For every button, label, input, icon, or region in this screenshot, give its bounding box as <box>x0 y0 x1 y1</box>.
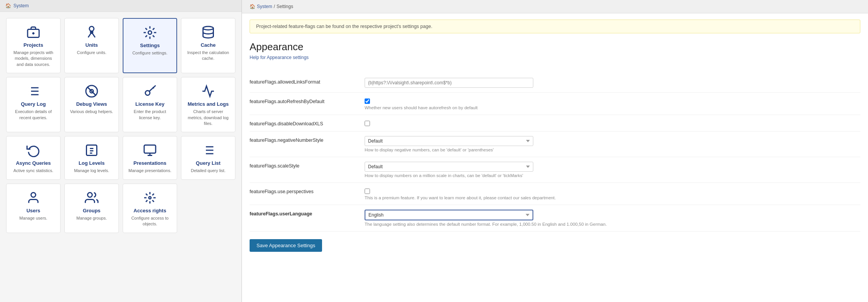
checkbox-featureFlags.disableDownloadXLS[interactable] <box>365 121 370 126</box>
grid-item-query-log[interactable]: Query Log Execution details of recent qu… <box>6 77 61 132</box>
settings-row-featureFlags.allowedLinksFormat: featureFlags.allowedLinksFormat <box>250 73 860 93</box>
grid-item-desc: Manage projects with models, dimensions … <box>11 50 56 67</box>
setting-desc-featureFlags.scaleStyle: How to display numbers on a million scal… <box>365 173 860 178</box>
grid-item-desc: Enter the product license key. <box>128 109 172 121</box>
svg-rect-20 <box>144 145 156 153</box>
grid-item-users[interactable]: Users Manage users. <box>6 184 61 233</box>
grid-item-title: Async Queries <box>16 160 51 166</box>
home-icon: 🏠 <box>250 4 255 9</box>
grid-item-desc: Manage users. <box>20 215 48 221</box>
metrics-logs-icon <box>201 84 215 98</box>
setting-desc-featureFlags.negativeNumberStyle: How to display negative numbers, can be … <box>365 148 860 152</box>
settings-row-featureFlags.negativeNumberStyle: featureFlags.negativeNumberStyleDefaultP… <box>250 131 860 157</box>
grid-item-query-list[interactable]: Query List Detailed query list. <box>181 136 235 179</box>
grid-item-desc: Active sync statistics. <box>13 168 53 174</box>
setting-value-featureFlags.scaleStyle: DefaultTickMarksHow to display numbers o… <box>365 162 860 178</box>
grid-item-title: Log Levels <box>79 160 105 166</box>
left-breadcrumb: 🏠 System <box>0 0 242 12</box>
grid-item-title: Users <box>26 208 40 213</box>
grid-item-groups[interactable]: Groups Manage groups. <box>64 184 119 233</box>
grid-item-license-key[interactable]: License Key Enter the product license ke… <box>123 77 177 132</box>
info-banner: Project-related feature-flags can be fou… <box>250 20 860 33</box>
grid-item-title: Debug Views <box>76 101 107 107</box>
select-featureFlags.scaleStyle[interactable]: DefaultTickMarks <box>365 162 533 172</box>
help-link[interactable]: Help for Appearance settings <box>250 55 309 60</box>
left-panel: 🏠 System Projects Manage projects with m… <box>0 0 242 302</box>
grid-item-desc: Manage groups. <box>76 215 107 221</box>
grid-item-title: Query List <box>196 160 220 166</box>
grid-item-title: Presentations <box>133 160 166 166</box>
svg-point-4 <box>148 31 152 34</box>
right-breadcrumb: 🏠 System / Settings <box>242 0 868 13</box>
setting-label-featureFlags.userLanguage: featureFlags.userLanguage <box>250 210 357 217</box>
grid-item-units[interactable]: Units Configure units. <box>64 18 119 73</box>
settings-row-featureFlags.use.perspectives: featureFlags.use.perspectivesThis is a p… <box>250 183 860 205</box>
grid-item-title: Cache <box>201 42 215 48</box>
setting-label-featureFlags.use.perspectives: featureFlags.use.perspectives <box>250 187 357 194</box>
settings-row-featureFlags.userLanguage: featureFlags.userLanguageEnglishGermanFr… <box>250 205 860 231</box>
settings-row-featureFlags.autoRefreshByDefault: featureFlags.autoRefreshByDefaultWhether… <box>250 93 860 115</box>
grid-item-desc: Execution details of recent queries. <box>11 109 56 121</box>
grid-item-access-rights[interactable]: Access rights Configure access to object… <box>123 184 177 233</box>
setting-value-featureFlags.disableDownloadXLS <box>365 120 860 126</box>
grid-item-title: Query Log <box>21 101 46 107</box>
select-featureFlags.userLanguage[interactable]: EnglishGermanFrenchSpanish <box>365 210 533 220</box>
grid-item-desc: Inspect the calculation cache. <box>186 50 230 62</box>
select-featureFlags.negativeNumberStyle[interactable]: DefaultParentheses <box>365 136 533 146</box>
query-log-icon <box>26 84 40 98</box>
units-icon <box>85 25 99 39</box>
setting-value-featureFlags.autoRefreshByDefault: Whether new users should have autorefres… <box>365 97 860 110</box>
save-appearance-button[interactable]: Save Appearance Settings <box>250 239 322 252</box>
grid-item-settings[interactable]: Settings Configure settings. <box>123 18 177 73</box>
checkbox-featureFlags.autoRefreshByDefault[interactable] <box>365 98 370 104</box>
setting-label-featureFlags.allowedLinksFormat: featureFlags.allowedLinksFormat <box>250 78 357 85</box>
grid-item-title: Metrics and Logs <box>188 101 229 107</box>
settings-row-featureFlags.disableDownloadXLS: featureFlags.disableDownloadXLS <box>250 115 860 131</box>
cache-icon <box>201 25 215 39</box>
log-levels-icon <box>85 143 99 157</box>
grid-item-desc: Various debug helpers. <box>70 109 113 115</box>
grid-item-log-levels[interactable]: Log Levels Manage log levels. <box>64 136 119 179</box>
grid-item-presentations[interactable]: Presentations Manage presentations. <box>123 136 177 179</box>
grid-item-async-queries[interactable]: Async Queries Active sync statistics. <box>6 136 61 179</box>
grid-item-cache[interactable]: Cache Inspect the calculation cache. <box>181 18 235 73</box>
input-featureFlags.allowedLinksFormat[interactable] <box>365 78 533 88</box>
system-breadcrumb-link[interactable]: System <box>13 3 29 8</box>
setting-desc-featureFlags.autoRefreshByDefault: Whether new users should have autorefres… <box>365 105 860 110</box>
system-link[interactable]: System <box>257 4 272 9</box>
grid-item-projects[interactable]: Projects Manage projects with models, di… <box>6 18 61 73</box>
settings-breadcrumb: Settings <box>276 4 293 9</box>
svg-point-30 <box>88 192 92 197</box>
grid-item-title: Access rights <box>133 208 166 213</box>
settings-icon <box>143 26 157 39</box>
setting-label-featureFlags.negativeNumberStyle: featureFlags.negativeNumberStyle <box>250 136 357 143</box>
setting-label-featureFlags.autoRefreshByDefault: featureFlags.autoRefreshByDefault <box>250 97 357 104</box>
grid-item-desc: Detailed query list. <box>191 168 226 174</box>
grid-item-metrics-logs[interactable]: Metrics and Logs Charts of server metric… <box>181 77 235 132</box>
projects-icon <box>26 25 40 39</box>
setting-desc-featureFlags.userLanguage: The language setting also determines the… <box>365 222 860 226</box>
settings-table: featureFlags.allowedLinksFormatfeatureFl… <box>250 73 860 231</box>
setting-value-featureFlags.negativeNumberStyle: DefaultParenthesesHow to display negativ… <box>365 136 860 152</box>
async-queries-icon <box>26 143 40 157</box>
setting-desc-featureFlags.use.perspectives: This is a premium feature. If you want t… <box>365 195 860 200</box>
license-key-icon <box>143 84 157 98</box>
right-content: Appearance Help for Appearance settings … <box>242 36 868 263</box>
right-panel: 🏠 System / Settings Project-related feat… <box>242 0 868 302</box>
system-grid: Projects Manage projects with models, di… <box>0 12 242 239</box>
grid-item-title: Groups <box>83 208 100 213</box>
grid-item-desc: Manage log levels. <box>74 168 109 174</box>
svg-point-5 <box>203 26 214 30</box>
svg-line-15 <box>153 87 154 89</box>
setting-label-featureFlags.disableDownloadXLS: featureFlags.disableDownloadXLS <box>250 120 357 126</box>
query-list-icon <box>201 143 215 157</box>
grid-item-title: Settings <box>140 43 159 48</box>
grid-item-debug-views[interactable]: Debug Views Various debug helpers. <box>64 77 119 132</box>
svg-point-29 <box>31 192 36 197</box>
groups-icon <box>85 191 99 205</box>
debug-views-icon <box>85 84 99 98</box>
grid-item-title: Units <box>85 42 98 48</box>
page-title: Appearance <box>250 41 860 53</box>
grid-item-title: License Key <box>135 101 164 107</box>
checkbox-featureFlags.use.perspectives[interactable] <box>365 189 370 194</box>
